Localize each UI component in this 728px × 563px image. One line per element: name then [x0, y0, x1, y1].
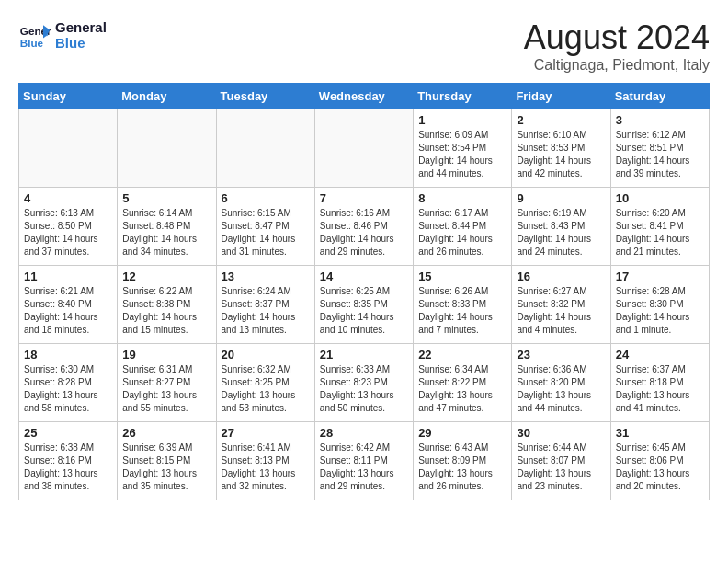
calendar-cell: 29Sunrise: 6:43 AM Sunset: 8:09 PM Dayli… — [414, 422, 512, 500]
col-header-thursday: Thursday — [414, 84, 512, 109]
cell-info: Sunrise: 6:17 AM Sunset: 8:44 PM Dayligh… — [418, 207, 506, 259]
cell-info: Sunrise: 6:25 AM Sunset: 8:35 PM Dayligh… — [320, 285, 408, 337]
title-block: August 2024 Caltignaga, Piedmont, Italy — [524, 18, 710, 74]
day-number: 12 — [122, 270, 210, 283]
svg-text:Blue: Blue — [20, 37, 44, 49]
day-number: 13 — [222, 270, 310, 283]
cell-info: Sunrise: 6:28 AM Sunset: 8:30 PM Dayligh… — [616, 285, 704, 337]
day-number: 1 — [418, 113, 506, 127]
cell-info: Sunrise: 6:33 AM Sunset: 8:23 PM Dayligh… — [320, 363, 408, 415]
cell-info: Sunrise: 6:14 AM Sunset: 8:48 PM Dayligh… — [122, 207, 210, 259]
calendar-cell: 15Sunrise: 6:26 AM Sunset: 8:33 PM Dayli… — [414, 266, 512, 344]
day-number: 11 — [24, 270, 112, 283]
calendar-cell: 10Sunrise: 6:20 AM Sunset: 8:41 PM Dayli… — [610, 188, 709, 266]
cell-info: Sunrise: 6:41 AM Sunset: 8:13 PM Dayligh… — [222, 442, 310, 493]
col-header-sunday: Sunday — [19, 84, 118, 109]
calendar-cell: 18Sunrise: 6:30 AM Sunset: 8:28 PM Dayli… — [19, 344, 118, 422]
cell-info: Sunrise: 6:27 AM Sunset: 8:32 PM Dayligh… — [517, 285, 605, 337]
col-header-tuesday: Tuesday — [216, 84, 314, 109]
cell-info: Sunrise: 6:21 AM Sunset: 8:40 PM Dayligh… — [24, 285, 112, 337]
logo: General Blue General Blue — [18, 18, 107, 52]
day-number: 25 — [24, 426, 112, 440]
location: Caltignaga, Piedmont, Italy — [524, 57, 710, 74]
calendar-cell: 27Sunrise: 6:41 AM Sunset: 8:13 PM Dayli… — [216, 422, 314, 500]
calendar-cell: 5Sunrise: 6:14 AM Sunset: 8:48 PM Daylig… — [118, 188, 216, 266]
day-number: 2 — [517, 113, 605, 127]
cell-info: Sunrise: 6:16 AM Sunset: 8:46 PM Dayligh… — [320, 207, 408, 259]
cell-info: Sunrise: 6:24 AM Sunset: 8:37 PM Dayligh… — [222, 285, 310, 337]
day-number: 14 — [320, 270, 408, 283]
week-row-4: 18Sunrise: 6:30 AM Sunset: 8:28 PM Dayli… — [19, 344, 710, 422]
calendar-cell: 7Sunrise: 6:16 AM Sunset: 8:46 PM Daylig… — [314, 188, 413, 266]
day-number: 9 — [517, 191, 605, 205]
calendar-cell: 23Sunrise: 6:36 AM Sunset: 8:20 PM Dayli… — [512, 344, 610, 422]
col-header-saturday: Saturday — [610, 84, 709, 109]
calendar-header-row: SundayMondayTuesdayWednesdayThursdayFrid… — [19, 84, 710, 109]
cell-info: Sunrise: 6:13 AM Sunset: 8:50 PM Dayligh… — [24, 207, 112, 259]
cell-info: Sunrise: 6:34 AM Sunset: 8:22 PM Dayligh… — [418, 363, 506, 415]
day-number: 23 — [517, 348, 605, 362]
calendar-cell: 12Sunrise: 6:22 AM Sunset: 8:38 PM Dayli… — [118, 266, 216, 344]
calendar-cell: 22Sunrise: 6:34 AM Sunset: 8:22 PM Dayli… — [414, 344, 512, 422]
day-number: 21 — [320, 348, 408, 362]
cell-info: Sunrise: 6:31 AM Sunset: 8:27 PM Dayligh… — [122, 363, 210, 415]
day-number: 22 — [418, 348, 506, 362]
cell-info: Sunrise: 6:10 AM Sunset: 8:53 PM Dayligh… — [517, 129, 605, 180]
logo-blue: Blue — [55, 35, 107, 51]
calendar-cell: 24Sunrise: 6:37 AM Sunset: 8:18 PM Dayli… — [610, 344, 709, 422]
calendar-cell: 2Sunrise: 6:10 AM Sunset: 8:53 PM Daylig… — [512, 109, 610, 188]
day-number: 5 — [122, 191, 210, 205]
cell-info: Sunrise: 6:26 AM Sunset: 8:33 PM Dayligh… — [418, 285, 506, 337]
day-number: 17 — [616, 270, 704, 283]
calendar-cell — [314, 109, 413, 188]
calendar-cell: 14Sunrise: 6:25 AM Sunset: 8:35 PM Dayli… — [314, 266, 413, 344]
cell-info: Sunrise: 6:32 AM Sunset: 8:25 PM Dayligh… — [222, 363, 310, 415]
day-number: 4 — [24, 191, 112, 205]
day-number: 16 — [517, 270, 605, 283]
calendar-table: SundayMondayTuesdayWednesdayThursdayFrid… — [18, 83, 710, 500]
day-number: 30 — [517, 426, 605, 440]
cell-info: Sunrise: 6:37 AM Sunset: 8:18 PM Dayligh… — [616, 363, 704, 415]
calendar-cell — [118, 109, 216, 188]
calendar-cell — [216, 109, 314, 188]
calendar-cell: 3Sunrise: 6:12 AM Sunset: 8:51 PM Daylig… — [610, 109, 709, 188]
col-header-monday: Monday — [118, 84, 216, 109]
calendar-cell: 30Sunrise: 6:44 AM Sunset: 8:07 PM Dayli… — [512, 422, 610, 500]
calendar-cell: 6Sunrise: 6:15 AM Sunset: 8:47 PM Daylig… — [216, 188, 314, 266]
day-number: 8 — [418, 191, 506, 205]
col-header-wednesday: Wednesday — [314, 84, 413, 109]
calendar-cell: 9Sunrise: 6:19 AM Sunset: 8:43 PM Daylig… — [512, 188, 610, 266]
calendar-cell: 20Sunrise: 6:32 AM Sunset: 8:25 PM Dayli… — [216, 344, 314, 422]
calendar-cell: 19Sunrise: 6:31 AM Sunset: 8:27 PM Dayli… — [118, 344, 216, 422]
logo-icon: General Blue — [18, 18, 51, 52]
cell-info: Sunrise: 6:22 AM Sunset: 8:38 PM Dayligh… — [122, 285, 210, 337]
cell-info: Sunrise: 6:38 AM Sunset: 8:16 PM Dayligh… — [24, 442, 112, 493]
cell-info: Sunrise: 6:12 AM Sunset: 8:51 PM Dayligh… — [616, 129, 704, 180]
day-number: 31 — [616, 426, 704, 440]
cell-info: Sunrise: 6:30 AM Sunset: 8:28 PM Dayligh… — [24, 363, 112, 415]
calendar-cell: 25Sunrise: 6:38 AM Sunset: 8:16 PM Dayli… — [19, 422, 118, 500]
day-number: 6 — [222, 191, 310, 205]
cell-info: Sunrise: 6:45 AM Sunset: 8:06 PM Dayligh… — [616, 442, 704, 493]
cell-info: Sunrise: 6:36 AM Sunset: 8:20 PM Dayligh… — [517, 363, 605, 415]
cell-info: Sunrise: 6:43 AM Sunset: 8:09 PM Dayligh… — [418, 442, 506, 493]
day-number: 15 — [418, 270, 506, 283]
day-number: 3 — [616, 113, 704, 127]
calendar-cell: 16Sunrise: 6:27 AM Sunset: 8:32 PM Dayli… — [512, 266, 610, 344]
day-number: 28 — [320, 426, 408, 440]
week-row-3: 11Sunrise: 6:21 AM Sunset: 8:40 PM Dayli… — [19, 266, 710, 344]
week-row-1: 1Sunrise: 6:09 AM Sunset: 8:54 PM Daylig… — [19, 109, 710, 188]
calendar-cell: 17Sunrise: 6:28 AM Sunset: 8:30 PM Dayli… — [610, 266, 709, 344]
calendar-cell: 28Sunrise: 6:42 AM Sunset: 8:11 PM Dayli… — [314, 422, 413, 500]
calendar-cell — [19, 109, 118, 188]
calendar-cell: 4Sunrise: 6:13 AM Sunset: 8:50 PM Daylig… — [19, 188, 118, 266]
day-number: 27 — [222, 426, 310, 440]
day-number: 18 — [24, 348, 112, 362]
cell-info: Sunrise: 6:15 AM Sunset: 8:47 PM Dayligh… — [222, 207, 310, 259]
cell-info: Sunrise: 6:19 AM Sunset: 8:43 PM Dayligh… — [517, 207, 605, 259]
calendar-cell: 8Sunrise: 6:17 AM Sunset: 8:44 PM Daylig… — [414, 188, 512, 266]
day-number: 10 — [616, 191, 704, 205]
calendar-cell: 13Sunrise: 6:24 AM Sunset: 8:37 PM Dayli… — [216, 266, 314, 344]
week-row-5: 25Sunrise: 6:38 AM Sunset: 8:16 PM Dayli… — [19, 422, 710, 500]
cell-info: Sunrise: 6:44 AM Sunset: 8:07 PM Dayligh… — [517, 442, 605, 493]
